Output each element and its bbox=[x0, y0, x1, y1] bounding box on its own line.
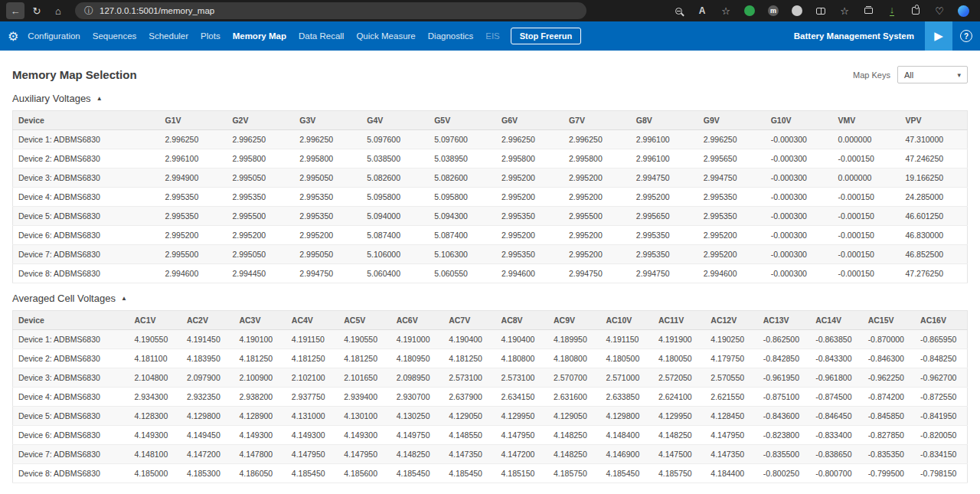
value-cell: 2.995200 bbox=[564, 168, 631, 188]
value-cell: -0.865950 bbox=[915, 330, 967, 349]
favorites-bar-icon[interactable]: ☆ bbox=[837, 3, 852, 18]
monica-extension-icon[interactable]: m bbox=[766, 3, 781, 18]
value-cell: 0.000000 bbox=[833, 168, 900, 188]
nav-item-sequences[interactable]: Sequences bbox=[93, 31, 137, 41]
column-header: AC7V bbox=[443, 311, 495, 330]
nav-item-quick-measure[interactable]: Quick Measure bbox=[356, 31, 415, 41]
browser-toolbar-icons: A ☆ m ☆ ↓ ♡ bbox=[671, 3, 974, 18]
value-cell: -0.835500 bbox=[758, 445, 810, 464]
ghost-extension-icon[interactable] bbox=[789, 3, 805, 18]
value-cell: -0.846450 bbox=[810, 407, 862, 426]
value-cell: 46.601250 bbox=[900, 207, 967, 226]
nav-item-eis[interactable]: EIS bbox=[485, 31, 500, 41]
value-cell: 2.995350 bbox=[160, 207, 227, 226]
value-cell: 2.994600 bbox=[160, 264, 227, 283]
value-cell: 2.937750 bbox=[286, 388, 338, 407]
adblock-extension-icon[interactable] bbox=[742, 3, 757, 18]
value-cell: 4.131000 bbox=[286, 407, 338, 426]
value-cell: 4.181250 bbox=[286, 349, 338, 368]
value-cell: 5.082600 bbox=[361, 168, 429, 188]
value-cell: 4.191450 bbox=[181, 330, 234, 349]
nav-item-data-recall[interactable]: Data Recall bbox=[299, 31, 344, 41]
value-cell: 47.310000 bbox=[900, 130, 967, 149]
downloads-icon[interactable]: ↓ bbox=[884, 3, 900, 18]
value-cell: -0.000300 bbox=[766, 226, 833, 245]
table-row: Device 1: ADBMS68302.9962502.9962502.996… bbox=[13, 130, 968, 149]
value-cell: -0.000150 bbox=[833, 149, 900, 168]
nav-item-memory-map[interactable]: Memory Map bbox=[233, 31, 286, 41]
value-cell: 4.147800 bbox=[234, 445, 286, 464]
home-icon[interactable]: ⌂ bbox=[49, 2, 67, 19]
value-cell: 4.147500 bbox=[653, 445, 705, 464]
site-info-icon[interactable]: ⓘ bbox=[84, 5, 93, 18]
value-cell: 4.147350 bbox=[705, 445, 757, 464]
value-cell: 5.094000 bbox=[361, 207, 429, 226]
value-cell: 4.190550 bbox=[338, 330, 390, 349]
help-icon[interactable]: ? bbox=[960, 30, 972, 42]
value-cell: 4.179750 bbox=[705, 349, 757, 368]
value-cell: 4.180800 bbox=[548, 349, 600, 368]
value-cell: 4.190250 bbox=[705, 330, 757, 349]
map-keys-dropdown[interactable]: All ▾ bbox=[897, 66, 968, 83]
value-cell: 4.148250 bbox=[653, 426, 705, 445]
value-cell: 2.996250 bbox=[698, 130, 766, 149]
column-header: AC12V bbox=[705, 311, 757, 330]
column-header: VMV bbox=[833, 111, 900, 130]
value-cell: 2.995350 bbox=[496, 207, 564, 226]
column-header: G10V bbox=[766, 111, 833, 130]
run-button[interactable]: ▶ bbox=[925, 21, 952, 51]
settings-gear-icon[interactable]: ⚙ bbox=[8, 29, 18, 44]
extensions-icon[interactable] bbox=[908, 3, 923, 18]
column-header: AC10V bbox=[600, 311, 652, 330]
nav-item-plots[interactable]: Plots bbox=[201, 31, 220, 41]
value-cell: 2.572050 bbox=[653, 368, 705, 388]
nav-item-scheduler[interactable]: Scheduler bbox=[149, 31, 188, 41]
table-row: Device 4: ADBMS68302.9953502.9953502.995… bbox=[13, 188, 968, 207]
value-cell: 4.147200 bbox=[181, 445, 234, 464]
address-bar[interactable]: ⓘ 127.0.0.1:5001/memory_map bbox=[75, 2, 586, 19]
stop-freerun-button[interactable]: Stop Freerun bbox=[511, 28, 581, 44]
value-cell: 2.995350 bbox=[227, 188, 294, 207]
column-header: G9V bbox=[698, 111, 766, 130]
collections-icon[interactable] bbox=[861, 3, 876, 18]
value-cell: 2.995350 bbox=[698, 188, 766, 207]
value-cell: 2.570550 bbox=[705, 368, 757, 388]
value-cell: 2.995350 bbox=[496, 245, 564, 264]
column-header: G7V bbox=[564, 111, 631, 130]
back-icon[interactable]: ← bbox=[6, 2, 24, 19]
value-cell: 4.185000 bbox=[129, 464, 181, 483]
device-cell: Device 6: ADBMS6830 bbox=[13, 426, 129, 445]
section-header-averaged-cell-voltages[interactable]: Averaged Cell Voltages ▲ bbox=[12, 293, 968, 304]
value-cell: 2.624100 bbox=[653, 388, 705, 407]
value-cell: 2.995650 bbox=[631, 207, 698, 226]
value-cell: 2.932350 bbox=[181, 388, 234, 407]
zoom-icon[interactable] bbox=[671, 3, 686, 18]
value-cell: 2.995200 bbox=[496, 168, 564, 188]
refresh-icon[interactable]: ↻ bbox=[28, 2, 46, 19]
section-header-auxiliary-voltages[interactable]: Auxiliary Voltages ▲ bbox=[12, 93, 968, 104]
value-cell: 2.995200 bbox=[227, 226, 294, 245]
split-screen-icon[interactable] bbox=[813, 3, 828, 18]
table-row: Device 8: ADBMS68304.1850004.1853004.186… bbox=[13, 464, 968, 483]
browser-essentials-icon[interactable]: ♡ bbox=[932, 3, 947, 18]
value-cell: 2.996250 bbox=[564, 130, 631, 149]
value-cell: 4.147950 bbox=[496, 426, 548, 445]
value-cell: -0.820050 bbox=[915, 426, 967, 445]
browser-toolbar: ← ↻ ⌂ ⓘ 127.0.0.1:5001/memory_map A ☆ m … bbox=[0, 0, 980, 21]
value-cell: 4.128450 bbox=[705, 407, 757, 426]
copilot-icon[interactable] bbox=[956, 3, 971, 18]
device-cell: Device 2: ADBMS6830 bbox=[13, 349, 129, 368]
nav-item-diagnostics[interactable]: Diagnostics bbox=[428, 31, 473, 41]
read-aloud-icon[interactable]: A bbox=[694, 3, 710, 18]
value-cell: 2.994450 bbox=[227, 264, 294, 283]
value-cell: -0.000150 bbox=[833, 207, 900, 226]
favorite-star-icon[interactable]: ☆ bbox=[718, 3, 733, 18]
nav-item-configuration[interactable]: Configuration bbox=[28, 31, 80, 41]
column-header: AC1V bbox=[129, 311, 181, 330]
value-cell: -0.834150 bbox=[915, 445, 967, 464]
value-cell: 24.285000 bbox=[900, 188, 967, 207]
value-cell: 2.995350 bbox=[294, 188, 361, 207]
value-cell: 5.038950 bbox=[429, 149, 496, 168]
column-header: AC13V bbox=[758, 311, 810, 330]
value-cell: 5.082600 bbox=[429, 168, 496, 188]
